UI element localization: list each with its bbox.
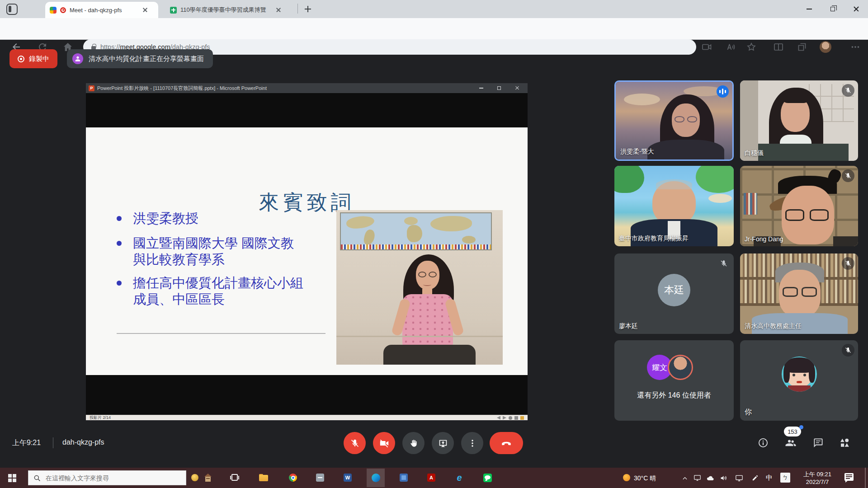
participant-bangs [783,91,808,103]
browser-tab-bar: Meet - dah-qkzg-pfs 110學年度優學臺中學習成果博覽 [0,0,868,18]
chat-icon[interactable] [813,437,824,448]
tile-self[interactable]: 你 [740,340,858,421]
photo-smile [423,283,431,286]
raise-hand-button[interactable] [402,432,425,454]
participant-glasses [785,209,804,221]
ppt-close-button[interactable] [509,83,525,93]
start-button[interactable] [8,474,16,482]
line-app-icon[interactable] [481,472,493,483]
action-center-icon[interactable] [844,473,854,481]
participant-shoulders [647,140,724,161]
network-icon[interactable] [735,474,743,482]
slide-menu-icon[interactable] [514,416,518,420]
gray-app-icon[interactable] [314,472,326,483]
bullet-text: 國立暨南國際大學 國際文教與比較教育學系 [133,235,304,267]
book-spines [744,193,757,215]
presenter-avatar-icon [72,53,83,64]
participants-icon[interactable] [785,437,796,448]
ime-language-indicator[interactable]: 中 [766,474,773,482]
slide-counter: 投影片 2/14 [90,415,111,421]
search-icon [33,474,41,482]
tile-more-participants[interactable]: 耀文 還有另外 146 位使用者 [614,340,734,421]
meeting-clock: 上午9:21 [12,438,41,448]
ppt-minimize-button[interactable] [473,83,489,93]
bullet-text: 洪雯柔教授 [133,210,304,226]
system-date: 2022/7/7 [797,478,838,486]
taskbar-search-input[interactable] [45,474,171,482]
task-view-button[interactable] [229,472,241,483]
acrobat-icon[interactable]: A [425,472,437,483]
tile-bai-sui-yi[interactable]: 白穗儀 [740,80,858,161]
meeting-details-icon[interactable] [758,437,769,448]
activities-icon[interactable] [839,437,850,448]
file-explorer-icon[interactable] [258,472,269,483]
tile-jr-fong-dang[interactable]: Jr-Fong Dang [740,166,858,246]
tab-close-icon[interactable] [141,6,149,14]
pen-input-icon[interactable] [751,474,759,482]
powerpoint-window-title: PowerPoint 投影片放映 - [1110707長官致詞簡報.pptx] … [97,85,267,92]
word-icon[interactable]: W [342,472,354,483]
photo-chair [383,345,476,365]
taskbar-app-widget[interactable] [189,472,201,483]
blue-app-icon[interactable] [398,472,410,483]
show-desktop-strip[interactable] [865,468,866,488]
window-minimize-button[interactable] [797,0,821,18]
browser-toolbar: https://meet.google.com/dah-qkzg-pfs [0,18,868,40]
internet-explorer-icon[interactable]: e [453,472,465,483]
ime-mode-box[interactable]: ㄅ [780,473,790,483]
mic-off-icon [842,344,854,357]
world-map-poster [340,212,492,250]
tile-liao-ben-ting[interactable]: 本廷 廖本廷 [614,253,734,334]
bottombar-divider [53,437,53,448]
media-controls-icon[interactable] [702,42,712,52]
ppt-restore-button[interactable] [491,83,507,93]
tile-hung-wen-jou[interactable]: 洪雯柔-暨大 [614,80,734,161]
present-button[interactable] [432,432,454,454]
more-options-button[interactable] [461,432,483,454]
tab-close-icon[interactable] [274,6,283,14]
participant-hairline [656,179,692,189]
tab-meet[interactable]: Meet - dah-qkzg-pfs [45,2,158,18]
chrome-icon[interactable] [287,472,299,483]
tray-expand-icon[interactable] [682,475,688,482]
tab-sheets[interactable]: 110學年度優學臺中學習成果博覽 [165,2,295,18]
tile-education-bureau[interactable]: 臺中市政府教育局楊振昇 [614,166,734,246]
overflow-label: 還有另外 146 位使用者 [614,391,734,400]
edge-icon[interactable] [370,472,382,483]
leave-call-button[interactable] [490,432,523,454]
weather-icon[interactable] [623,474,630,481]
speaking-indicator-icon [717,85,729,98]
volume-icon[interactable] [720,474,728,482]
window-restore-button[interactable] [821,0,844,18]
prev-slide-icon[interactable] [497,416,500,420]
taskbar-search-box[interactable] [28,470,186,485]
favorites-icon[interactable] [746,42,757,52]
weather-text[interactable]: 30°C 晴 [634,474,656,483]
taskbar-app-building[interactable] [202,472,214,483]
participant-name: 洪雯柔-暨大 [620,148,654,156]
tab-actions-menu-icon[interactable] [6,4,18,15]
window-close-button[interactable] [844,0,868,18]
mic-off-icon [842,257,854,270]
new-tab-button[interactable] [302,3,314,15]
tile-qingshui-director[interactable]: 清水高中教務處主任 [740,253,858,334]
mic-off-icon [717,257,730,270]
system-clock[interactable]: 上午 09:21 2022/7/7 [797,470,838,486]
tray-monitor-icon[interactable] [693,474,701,482]
mic-off-icon [842,84,854,97]
camera-toggle-button[interactable] [373,432,395,454]
status-highlight-icon[interactable] [520,416,524,420]
slide: 來賓致詞 洪雯柔教授 國立暨南國際大學 國際文教與比較教育學系 擔任高中優質化計… [86,127,528,375]
participant-glasses [675,116,684,122]
profile-avatar[interactable] [820,41,831,53]
split-screen-icon[interactable] [773,42,784,52]
mic-toggle-button[interactable] [344,432,366,454]
tab-recording-icon [60,7,66,13]
settings-more-icon[interactable] [850,42,861,52]
pen-tool-icon[interactable] [509,416,512,420]
read-aloud-icon[interactable] [724,42,735,52]
screenshare-toast: 清水高中均質化計畫正在分享螢幕畫面 [67,49,213,68]
next-slide-icon[interactable] [503,416,506,420]
onedrive-cloud-icon[interactable] [706,474,714,482]
collections-icon[interactable] [797,42,807,52]
